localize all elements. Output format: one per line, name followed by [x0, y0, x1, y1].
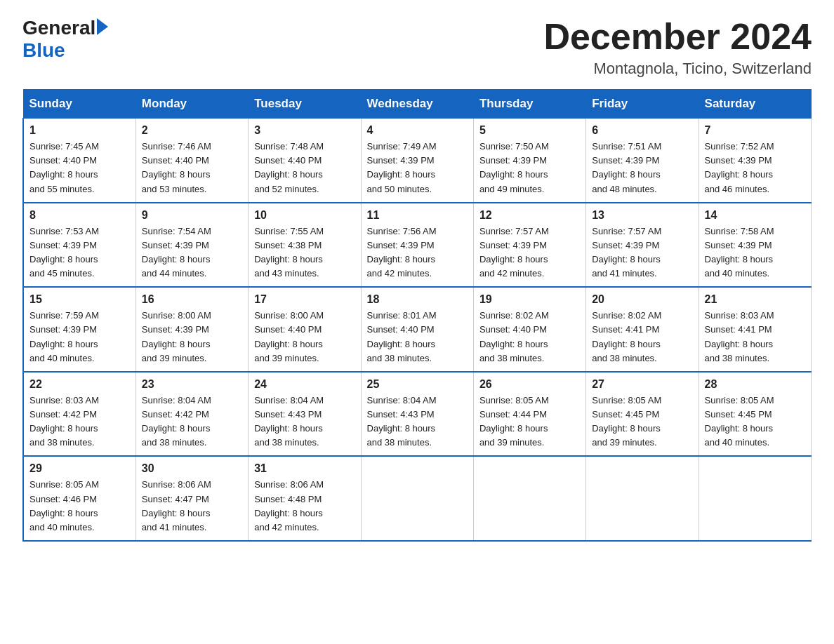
day-number: 4	[367, 124, 468, 137]
day-info: Sunrise: 8:06 AMSunset: 4:47 PMDaylight:…	[142, 478, 242, 535]
day-info: Sunrise: 8:02 AMSunset: 4:41 PMDaylight:…	[592, 309, 692, 365]
day-number: 26	[479, 378, 580, 391]
day-info: Sunrise: 8:01 AMSunset: 4:40 PMDaylight:…	[367, 309, 468, 365]
day-info: Sunrise: 8:05 AMSunset: 4:44 PMDaylight:…	[479, 394, 580, 450]
day-number: 20	[592, 293, 692, 306]
calendar-title: December 2024	[543, 17, 812, 57]
calendar-cell: 6Sunrise: 7:51 AMSunset: 4:39 PMDaylight…	[586, 119, 699, 203]
calendar-cell: 25Sunrise: 8:04 AMSunset: 4:43 PMDayligh…	[361, 372, 473, 457]
day-info: Sunrise: 7:55 AMSunset: 4:38 PMDaylight:…	[254, 224, 355, 281]
calendar-cell: 8Sunrise: 7:53 AMSunset: 4:39 PMDaylight…	[23, 203, 135, 288]
calendar-table: SundayMondayTuesdayWednesdayThursdayFrid…	[22, 89, 812, 542]
day-info: Sunrise: 8:05 AMSunset: 4:45 PMDaylight:…	[592, 394, 692, 450]
day-info: Sunrise: 7:46 AMSunset: 4:40 PMDaylight:…	[142, 140, 242, 196]
calendar-cell: 5Sunrise: 7:50 AMSunset: 4:39 PMDaylight…	[473, 119, 585, 203]
day-number: 29	[29, 462, 130, 475]
logo-blue: Blue	[22, 39, 65, 61]
calendar-cell: 10Sunrise: 7:55 AMSunset: 4:38 PMDayligh…	[249, 203, 361, 288]
calendar-cell: 19Sunrise: 8:02 AMSunset: 4:40 PMDayligh…	[473, 287, 585, 372]
day-number: 1	[29, 124, 130, 137]
day-number: 30	[142, 462, 242, 475]
calendar-cell: 20Sunrise: 8:02 AMSunset: 4:41 PMDayligh…	[586, 287, 699, 372]
calendar-week-row: 22Sunrise: 8:03 AMSunset: 4:42 PMDayligh…	[23, 372, 812, 457]
day-info: Sunrise: 8:04 AMSunset: 4:42 PMDaylight:…	[142, 394, 242, 450]
weekday-header-row: SundayMondayTuesdayWednesdayThursdayFrid…	[23, 90, 812, 119]
day-info: Sunrise: 7:52 AMSunset: 4:39 PMDaylight:…	[705, 140, 805, 196]
day-number: 7	[705, 124, 805, 137]
weekday-header-tuesday: Tuesday	[249, 90, 361, 119]
day-info: Sunrise: 8:05 AMSunset: 4:45 PMDaylight:…	[705, 394, 805, 450]
calendar-cell: 15Sunrise: 7:59 AMSunset: 4:39 PMDayligh…	[23, 287, 135, 372]
calendar-cell: 22Sunrise: 8:03 AMSunset: 4:42 PMDayligh…	[23, 372, 135, 457]
calendar-cell	[699, 456, 811, 541]
calendar-cell: 1Sunrise: 7:45 AMSunset: 4:40 PMDaylight…	[23, 119, 135, 203]
calendar-cell: 23Sunrise: 8:04 AMSunset: 4:42 PMDayligh…	[135, 372, 248, 457]
day-number: 9	[142, 209, 242, 222]
day-info: Sunrise: 7:57 AMSunset: 4:39 PMDaylight:…	[592, 224, 692, 281]
calendar-cell: 2Sunrise: 7:46 AMSunset: 4:40 PMDaylight…	[135, 119, 248, 203]
day-info: Sunrise: 8:05 AMSunset: 4:46 PMDaylight:…	[29, 478, 130, 535]
day-info: Sunrise: 7:51 AMSunset: 4:39 PMDaylight:…	[592, 140, 692, 196]
calendar-week-row: 8Sunrise: 7:53 AMSunset: 4:39 PMDaylight…	[23, 203, 812, 288]
calendar-cell	[473, 456, 585, 541]
day-info: Sunrise: 8:06 AMSunset: 4:48 PMDaylight:…	[254, 478, 355, 535]
calendar-cell: 31Sunrise: 8:06 AMSunset: 4:48 PMDayligh…	[249, 456, 361, 541]
calendar-cell: 16Sunrise: 8:00 AMSunset: 4:39 PMDayligh…	[135, 287, 248, 372]
calendar-cell: 27Sunrise: 8:05 AMSunset: 4:45 PMDayligh…	[586, 372, 699, 457]
day-number: 14	[705, 209, 805, 222]
day-info: Sunrise: 8:00 AMSunset: 4:39 PMDaylight:…	[142, 309, 242, 365]
day-info: Sunrise: 7:45 AMSunset: 4:40 PMDaylight:…	[29, 140, 130, 196]
day-number: 16	[142, 293, 242, 306]
day-number: 5	[479, 124, 580, 137]
page-header: General Blue December 2024 Montagnola, T…	[22, 17, 812, 78]
day-info: Sunrise: 8:04 AMSunset: 4:43 PMDaylight:…	[367, 394, 468, 450]
day-number: 2	[142, 124, 242, 137]
calendar-cell: 17Sunrise: 8:00 AMSunset: 4:40 PMDayligh…	[249, 287, 361, 372]
weekday-header-thursday: Thursday	[473, 90, 585, 119]
calendar-cell	[361, 456, 473, 541]
calendar-cell: 9Sunrise: 7:54 AMSunset: 4:39 PMDaylight…	[135, 203, 248, 288]
weekday-header-monday: Monday	[135, 90, 248, 119]
calendar-week-row: 15Sunrise: 7:59 AMSunset: 4:39 PMDayligh…	[23, 287, 812, 372]
day-number: 15	[29, 293, 130, 306]
logo-general: General	[22, 17, 95, 39]
day-info: Sunrise: 7:59 AMSunset: 4:39 PMDaylight:…	[29, 309, 130, 365]
calendar-cell: 29Sunrise: 8:05 AMSunset: 4:46 PMDayligh…	[23, 456, 135, 541]
day-number: 24	[254, 378, 355, 391]
day-info: Sunrise: 7:56 AMSunset: 4:39 PMDaylight:…	[367, 224, 468, 281]
calendar-cell: 30Sunrise: 8:06 AMSunset: 4:47 PMDayligh…	[135, 456, 248, 541]
logo-arrow-icon	[97, 18, 108, 35]
weekday-header-wednesday: Wednesday	[361, 90, 473, 119]
day-number: 12	[479, 209, 580, 222]
day-number: 3	[254, 124, 355, 137]
day-info: Sunrise: 7:50 AMSunset: 4:39 PMDaylight:…	[479, 140, 580, 196]
calendar-cell: 12Sunrise: 7:57 AMSunset: 4:39 PMDayligh…	[473, 203, 585, 288]
calendar-cell: 14Sunrise: 7:58 AMSunset: 4:39 PMDayligh…	[699, 203, 811, 288]
day-number: 21	[705, 293, 805, 306]
day-number: 28	[705, 378, 805, 391]
day-info: Sunrise: 7:48 AMSunset: 4:40 PMDaylight:…	[254, 140, 355, 196]
weekday-header-friday: Friday	[586, 90, 699, 119]
calendar-week-row: 1Sunrise: 7:45 AMSunset: 4:40 PMDaylight…	[23, 119, 812, 203]
calendar-subtitle: Montagnola, Ticino, Switzerland	[543, 60, 812, 78]
day-number: 17	[254, 293, 355, 306]
day-number: 8	[29, 209, 130, 222]
calendar-cell: 13Sunrise: 7:57 AMSunset: 4:39 PMDayligh…	[586, 203, 699, 288]
calendar-cell: 26Sunrise: 8:05 AMSunset: 4:44 PMDayligh…	[473, 372, 585, 457]
day-number: 11	[367, 209, 468, 222]
calendar-cell: 4Sunrise: 7:49 AMSunset: 4:39 PMDaylight…	[361, 119, 473, 203]
day-number: 19	[479, 293, 580, 306]
title-block: December 2024 Montagnola, Ticino, Switze…	[543, 17, 812, 78]
day-info: Sunrise: 7:49 AMSunset: 4:39 PMDaylight:…	[367, 140, 468, 196]
day-number: 23	[142, 378, 242, 391]
day-number: 25	[367, 378, 468, 391]
day-number: 13	[592, 209, 692, 222]
logo: General Blue	[22, 17, 108, 62]
day-number: 31	[254, 462, 355, 475]
calendar-cell: 28Sunrise: 8:05 AMSunset: 4:45 PMDayligh…	[699, 372, 811, 457]
calendar-cell: 3Sunrise: 7:48 AMSunset: 4:40 PMDaylight…	[249, 119, 361, 203]
calendar-cell: 11Sunrise: 7:56 AMSunset: 4:39 PMDayligh…	[361, 203, 473, 288]
day-info: Sunrise: 8:00 AMSunset: 4:40 PMDaylight:…	[254, 309, 355, 365]
calendar-body: 1Sunrise: 7:45 AMSunset: 4:40 PMDaylight…	[23, 119, 812, 541]
calendar-cell: 24Sunrise: 8:04 AMSunset: 4:43 PMDayligh…	[249, 372, 361, 457]
